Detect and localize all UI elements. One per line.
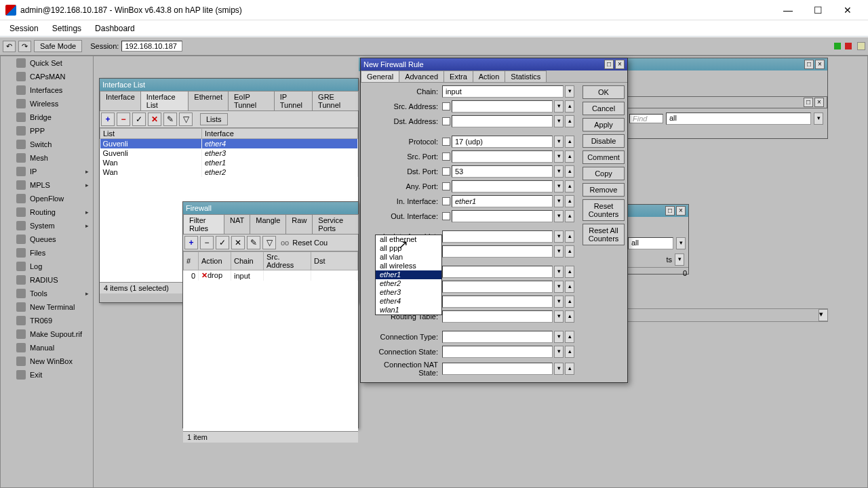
remove-button[interactable]: − — [117, 113, 130, 126]
dropdown-arrow-icon[interactable]: ▾ — [554, 331, 564, 343]
col-n[interactable]: # — [184, 252, 199, 270]
safe-mode-button[interactable]: Safe Mode — [34, 40, 82, 52]
menu-dashboard[interactable]: Dashboard — [88, 22, 142, 35]
sidebar-item-ip[interactable]: IP▸ — [12, 165, 93, 178]
all-select[interactable]: all — [628, 237, 673, 249]
tab-advanced[interactable]: Advanced — [399, 70, 444, 82]
spinner-up-icon[interactable]: ▴ — [565, 346, 574, 358]
dropdown-arrow-icon[interactable]: ▾ — [554, 346, 564, 358]
negate-checkbox[interactable] — [442, 152, 450, 161]
comment-button[interactable]: ✎ — [163, 113, 177, 126]
dropdown-option[interactable]: ether3 — [376, 288, 441, 297]
tab-gre-tunnel[interactable]: GRE Tunnel — [312, 91, 359, 110]
dropdown-arrow-icon[interactable]: ▾ — [554, 281, 564, 293]
tab-extra[interactable]: Extra — [443, 70, 473, 82]
filter-all[interactable]: all — [666, 113, 811, 125]
dropdown-option[interactable]: all vlan — [376, 253, 441, 262]
tab-action[interactable]: Action — [473, 70, 506, 82]
out_if-input[interactable] — [452, 210, 553, 222]
spinner-up-icon[interactable]: ▴ — [565, 195, 574, 207]
add-button[interactable]: + — [101, 113, 115, 126]
spinner-up-icon[interactable]: ▴ — [565, 331, 574, 343]
tab-interface-list[interactable]: Interface List — [140, 91, 189, 110]
sidebar-item-capsman[interactable]: CAPsMAN — [12, 70, 93, 83]
tab-interface[interactable]: Interface — [100, 91, 141, 110]
undo-button[interactable]: ↶ — [3, 41, 16, 52]
spinner-up-icon[interactable]: ▴ — [565, 150, 574, 163]
menu-session[interactable]: Session — [3, 22, 45, 35]
negate-checkbox[interactable] — [442, 167, 450, 176]
close-icon[interactable]: □ — [804, 60, 814, 69]
dropdown-arrow-icon[interactable]: ▾ — [554, 266, 564, 278]
table-row[interactable]: 0 ✕drop input — [184, 270, 358, 281]
close-icon[interactable]: × — [615, 60, 625, 69]
dropdown-arrow-icon[interactable]: ▾ — [554, 363, 564, 375]
col-src[interactable]: Src. Address — [264, 252, 311, 270]
dropdown-arrow-icon[interactable]: ▾ — [554, 245, 564, 258]
negate-checkbox[interactable] — [442, 102, 450, 110]
sidebar-item-quick-set[interactable]: Quick Set — [12, 56, 93, 70]
conn_mark-input[interactable] — [442, 281, 553, 293]
tab-service-ports[interactable]: Service Ports — [312, 214, 359, 234]
out_if_list-input[interactable] — [442, 245, 553, 258]
tab-mangle[interactable]: Mangle — [250, 214, 286, 234]
sidebar-item-manual[interactable]: Manual — [12, 341, 93, 354]
conn_state-input[interactable] — [442, 346, 553, 358]
rt_mark-input[interactable] — [442, 296, 553, 308]
negate-checkbox[interactable] — [442, 182, 450, 190]
enable-button[interactable]: ✓ — [216, 236, 229, 249]
spinner-up-icon[interactable]: ▴ — [565, 281, 574, 293]
spinner-up-icon[interactable]: ▴ — [565, 210, 574, 222]
spinner-up-icon[interactable]: ▴ — [565, 245, 574, 258]
tab-ip-tunnel[interactable]: IP Tunnel — [274, 91, 313, 110]
dropdown-arrow-icon[interactable]: ▾ — [554, 165, 564, 178]
spinner-up-icon[interactable]: ▴ — [565, 100, 574, 113]
rt_table-input[interactable] — [442, 310, 553, 323]
disable-button[interactable]: ✕ — [231, 236, 245, 249]
sidebar-item-log[interactable]: Log — [12, 260, 93, 273]
pkt_mark-input[interactable] — [442, 266, 553, 278]
protocol-input[interactable] — [452, 136, 553, 148]
spinner-up-icon[interactable]: ▴ — [565, 165, 574, 178]
sidebar-item-switch[interactable]: Switch — [12, 138, 93, 151]
sidebar-item-new-terminal[interactable]: New Terminal — [12, 300, 93, 314]
tab-statistics[interactable]: Statistics — [505, 70, 547, 82]
chain-input[interactable] — [442, 85, 564, 98]
cancel-button[interactable]: Cancel — [583, 102, 625, 115]
table-row[interactable]: Guvenliether3 — [100, 148, 358, 158]
sidebar-item-wireless[interactable]: Wireless — [12, 97, 93, 110]
any_port-input[interactable] — [452, 180, 553, 192]
enable-button[interactable]: ✓ — [132, 113, 146, 126]
dropdown-arrow-icon[interactable]: ▾ — [565, 85, 574, 98]
reset-all-counters-button[interactable]: Reset All Counters — [583, 224, 625, 245]
redo-button[interactable]: ↷ — [18, 41, 31, 52]
sidebar-item-mesh[interactable]: Mesh — [12, 151, 93, 165]
sidebar-item-files[interactable]: Files — [12, 246, 93, 260]
filter-button[interactable]: ▽ — [179, 113, 193, 126]
add-button[interactable]: + — [184, 236, 198, 249]
sidebar-item-tools[interactable]: Tools▸ — [12, 287, 93, 300]
dropdown-arrow-icon[interactable]: ▾ — [554, 136, 564, 148]
dropdown-arrow-icon[interactable]: ▾ — [554, 100, 564, 113]
dropdown-option[interactable]: all ethernet — [376, 235, 441, 244]
sidebar-item-queues[interactable]: Queues — [12, 232, 93, 246]
apply-button[interactable]: Apply — [583, 118, 625, 131]
in_if-input[interactable] — [452, 195, 553, 207]
negate-checkbox[interactable] — [442, 197, 450, 205]
maximize-icon[interactable]: □ — [604, 60, 614, 69]
tab-ethernet[interactable]: Ethernet — [188, 91, 229, 110]
disable-button[interactable]: ✕ — [148, 113, 161, 126]
sidebar-item-exit[interactable]: Exit — [12, 368, 93, 382]
comment-button[interactable]: Comment — [583, 150, 625, 164]
dst_addr-input[interactable] — [452, 115, 553, 127]
dropdown-arrow-icon[interactable]: ▾ — [554, 310, 564, 323]
dropdown-option[interactable]: ether4 — [376, 297, 441, 306]
col-dst[interactable]: Dst — [311, 252, 358, 270]
sidebar-item-make-supout-rif[interactable]: Make Supout.rif — [12, 327, 93, 341]
spinner-up-icon[interactable]: ▴ — [565, 136, 574, 148]
spinner-up-icon[interactable]: ▴ — [565, 296, 574, 308]
dropdown-arrow-icon[interactable]: ▾ — [675, 253, 684, 266]
negate-checkbox[interactable] — [442, 138, 450, 146]
dropdown-arrow-icon[interactable]: ▾ — [554, 195, 564, 207]
sidebar-item-system[interactable]: System▸ — [12, 219, 93, 232]
